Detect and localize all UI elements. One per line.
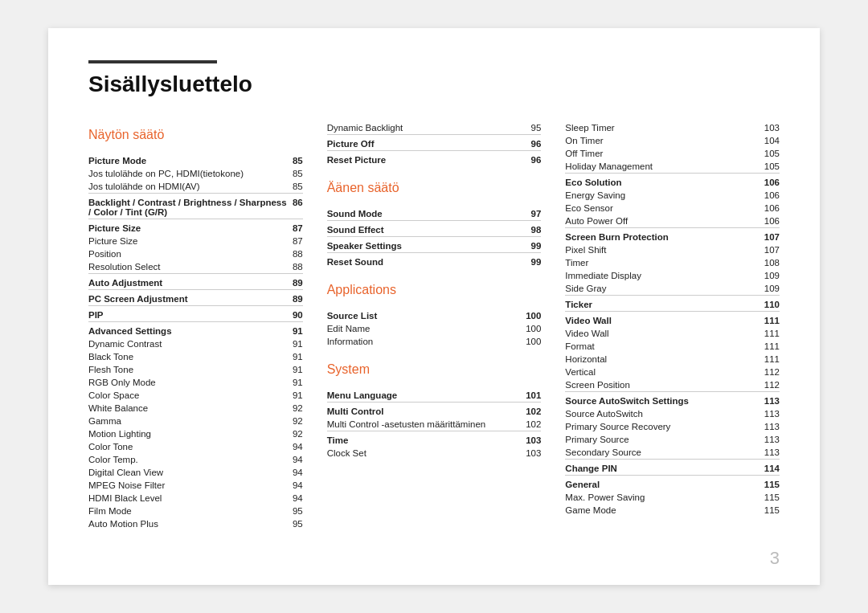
toc-page: 101: [518, 386, 541, 403]
toc-page: 107: [751, 243, 780, 256]
toc-page: 111: [751, 327, 780, 340]
toc-page: 95: [509, 121, 541, 135]
toc-page: 89: [289, 290, 303, 306]
toc-label: Change PIN: [565, 460, 751, 476]
toc-label: MPEG Noise Filter: [88, 479, 289, 492]
toc-label: Color Space: [88, 389, 289, 402]
toc-label: Screen Position: [565, 378, 751, 392]
toc-label: HDMI Black Level: [88, 492, 289, 505]
toc-page: 113: [751, 446, 780, 460]
toc-label: Dynamic Backlight: [327, 121, 509, 135]
section-nayton-saato: Näytön säätö Picture Mode85Jos tulolähde…: [88, 128, 303, 530]
toc-label: Advanced Settings: [88, 322, 289, 338]
toc-page: 85: [289, 152, 303, 167]
toc-label: Clock Set: [327, 447, 519, 460]
toc-label: Eco Solution: [565, 174, 751, 190]
toc-page: 94: [289, 492, 303, 505]
col3: Sleep Timer103On Timer104Off Timer105Hol…: [565, 121, 780, 545]
toc-label: Picture Off: [327, 135, 509, 151]
toc-label: Time: [327, 431, 519, 447]
toc-page: 103: [518, 447, 541, 460]
toc-label: Timer: [565, 256, 751, 269]
toc-label: Horizontal: [565, 353, 751, 366]
aanen-table: Sound Mode97Sound Effect98Speaker Settin…: [327, 205, 542, 268]
toc-label: Game Mode: [565, 504, 751, 517]
toc-page: 103: [751, 121, 780, 134]
toc-label: Primary Source: [565, 433, 751, 446]
toc-page: 94: [289, 453, 303, 466]
toc-label: Speaker Settings: [327, 237, 509, 253]
toc-label: Max. Power Saving: [565, 491, 751, 504]
toc-page: 91: [289, 376, 303, 389]
toc-label: Ticker: [565, 296, 751, 312]
toc-page: 109: [751, 282, 780, 296]
section-applications: Applications Source List100Edit Name100I…: [327, 283, 542, 348]
toc-page: 90: [289, 306, 303, 322]
toc-label: Pixel Shift: [565, 243, 751, 256]
toc-label: Picture Size: [88, 235, 289, 247]
toc-page: 88: [289, 260, 303, 274]
toc-page: 87: [289, 219, 303, 235]
toc-page: 111: [751, 353, 780, 366]
toc-label: Sound Effect: [327, 221, 509, 237]
toc-page: 94: [289, 440, 303, 453]
nayton-table: Picture Mode85Jos tulolähde on PC, HDMI(…: [88, 152, 303, 530]
apps-table: Source List100Edit Name100Information100: [327, 307, 542, 348]
toc-label: Primary Source Recovery: [565, 420, 751, 433]
toc-label: Dynamic Contrast: [88, 337, 289, 350]
toc-page: 91: [289, 389, 303, 402]
toc-label: On Timer: [565, 134, 751, 147]
section-aanen-saato: Äänen säätö Sound Mode97Sound Effect98Sp…: [327, 181, 542, 268]
toc-label: Film Mode: [88, 505, 289, 517]
toc-columns: Näytön säätö Picture Mode85Jos tulolähde…: [88, 121, 780, 545]
section-nayton-title: Näytön säätö: [88, 128, 303, 142]
toc-page: 112: [751, 378, 780, 392]
toc-page: 91: [289, 322, 303, 338]
toc-label: General: [565, 476, 751, 492]
section-system-title: System: [327, 362, 542, 377]
toc-label: Energy Saving: [565, 189, 751, 202]
toc-label: Sleep Timer: [565, 121, 751, 134]
toc-page: 115: [751, 504, 780, 517]
toc-page: 91: [289, 363, 303, 376]
toc-page: 96: [509, 151, 541, 167]
toc-page: 115: [751, 476, 780, 492]
toc-page: 85: [289, 180, 303, 194]
toc-label: Reset Sound: [327, 253, 509, 269]
toc-label: Jos tulolähde on PC, HDMI(tietokone): [88, 167, 289, 180]
page-title: Sisällysluettelo: [88, 72, 780, 97]
toc-page: 113: [751, 433, 780, 446]
toc-page: 94: [289, 466, 303, 479]
toc-label: Auto Power Off: [565, 215, 751, 228]
toc-label: Side Gray: [565, 282, 751, 296]
toc-page: 102: [518, 418, 541, 431]
toc-label: Color Temp.: [88, 453, 289, 466]
toc-page: 108: [751, 256, 780, 269]
toc-page: 88: [289, 247, 303, 260]
toc-page: 98: [509, 221, 542, 237]
toc-label: Jos tulolähde on HDMI(AV): [88, 180, 289, 194]
toc-label: Reset Picture: [327, 151, 509, 167]
toc-page: 113: [751, 407, 780, 420]
toc-label: Video Wall: [565, 312, 751, 328]
toc-label: Video Wall: [565, 327, 751, 340]
toc-page: 112: [751, 366, 780, 378]
toc-page: 92: [289, 415, 303, 427]
toc-page: 99: [509, 237, 542, 253]
toc-label: Vertical: [565, 366, 751, 378]
toc-label: Immediate Display: [565, 269, 751, 282]
toc-page: 96: [509, 135, 541, 151]
toc-label: Picture Size: [88, 219, 289, 235]
toc-label: Eco Sensor: [565, 202, 751, 215]
toc-label: Auto Adjustment: [88, 274, 289, 290]
toc-label: Position: [88, 247, 289, 260]
toc-label: PIP: [88, 306, 289, 322]
toc-page: 107: [751, 228, 780, 244]
page: Sisällysluettelo Näytön säätö Picture Mo…: [48, 28, 820, 585]
toc-label: Source AutoSwitch: [565, 407, 751, 420]
toc-label: Motion Lighting: [88, 427, 289, 440]
toc-page: 99: [509, 253, 542, 269]
toc-label: Format: [565, 340, 751, 353]
toc-page: 100: [483, 322, 541, 335]
toc-page: 95: [289, 517, 303, 530]
